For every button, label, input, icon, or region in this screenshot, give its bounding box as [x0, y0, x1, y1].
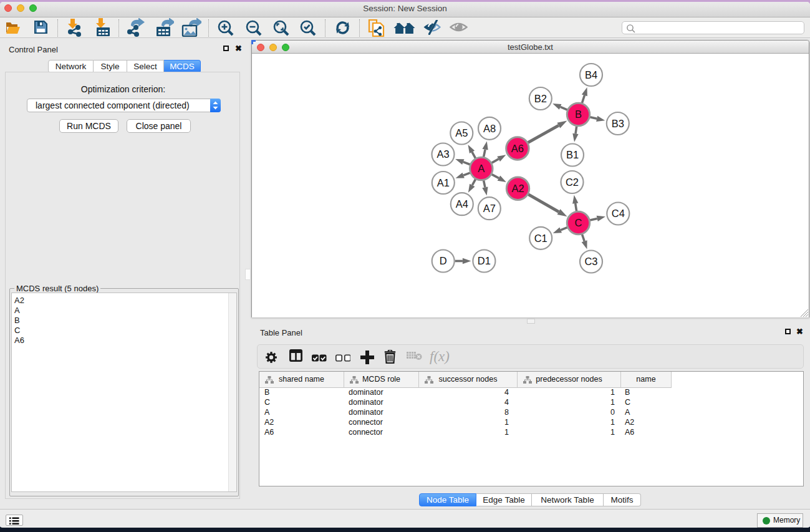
- svg-text:B: B: [575, 109, 582, 120]
- svg-text:A4: A4: [456, 198, 468, 210]
- svg-text:C4: C4: [612, 208, 625, 219]
- svg-text:A2: A2: [511, 183, 524, 194]
- svg-text:A6: A6: [511, 143, 524, 154]
- svg-text:D1: D1: [478, 255, 491, 266]
- svg-text:B1: B1: [566, 149, 579, 160]
- svg-text:C3: C3: [584, 256, 597, 267]
- svg-text:C: C: [575, 217, 582, 228]
- svg-text:B2: B2: [534, 93, 547, 104]
- svg-text:A7: A7: [483, 203, 496, 214]
- svg-text:C1: C1: [534, 233, 547, 244]
- svg-text:B4: B4: [585, 69, 597, 80]
- svg-text:A5: A5: [455, 127, 468, 138]
- svg-text:D: D: [440, 255, 447, 266]
- svg-text:A1: A1: [437, 177, 450, 188]
- svg-text:A8: A8: [483, 123, 496, 134]
- svg-text:A: A: [478, 163, 485, 174]
- svg-text:A3: A3: [436, 148, 449, 160]
- svg-text:B3: B3: [612, 118, 624, 129]
- svg-text:C2: C2: [566, 177, 579, 188]
